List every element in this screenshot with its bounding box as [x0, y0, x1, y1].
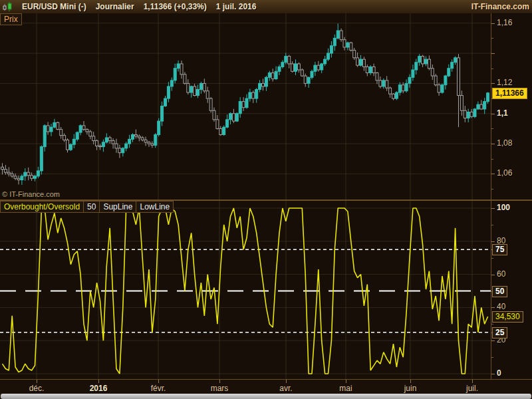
axis-tick: [491, 241, 495, 242]
axis-tick: [491, 208, 495, 209]
axis-tick: [491, 324, 493, 325]
axis-label: 1,16: [497, 18, 512, 27]
axis-label: 1,06: [497, 168, 512, 178]
axis-tick: [491, 53, 495, 54]
axis-tick: [491, 174, 495, 174]
time-tick: [286, 380, 287, 383]
chart-application: EUR/USD Mini (-) Journalier 1,11366 (+0,…: [0, 0, 532, 399]
axis-label: 1,1: [497, 108, 508, 118]
price-chart[interactable]: [0, 13, 491, 200]
axis-label: 1,08: [497, 138, 512, 148]
axis-tick: [491, 374, 495, 374]
axis-label: 40: [497, 302, 505, 311]
price-axis[interactable]: 1,11366 1,161,121,11,081,06: [491, 13, 532, 200]
indicator-panel: Overbought/Oversold50SupLineLowLine: [0, 201, 491, 379]
timeframe-label: Journalier: [96, 2, 134, 11]
indicator-tab-supline[interactable]: SupLine: [99, 201, 136, 213]
month-label-dc: déc.: [29, 384, 45, 393]
brand-label: IT-Finance.com: [471, 2, 529, 11]
last-quote-label: 1,11366 (+0,33%): [144, 2, 207, 11]
axis-tick: [491, 38, 493, 39]
level-badge-25: 25: [492, 327, 507, 338]
axis-tick: [491, 189, 493, 190]
axis-label: 100: [497, 203, 510, 212]
axis-tick: [491, 357, 493, 358]
time-tick: [410, 380, 411, 383]
indicator-tab-lowline[interactable]: LowLine: [136, 201, 174, 213]
axis-tick: [491, 114, 495, 114]
price-tab[interactable]: Prix: [0, 13, 22, 25]
indicator-value-badge: 34,530: [492, 311, 523, 323]
date-label: 1 juil. 2016: [216, 2, 257, 11]
month-label-juin: juin: [404, 384, 417, 393]
axis-tick: [491, 83, 495, 84]
price-panel: Prix © IT-Finance.com: [0, 13, 491, 200]
indicator-chart[interactable]: [0, 201, 491, 379]
indicator-tab-overbought-oversold[interactable]: Overbought/Oversold: [0, 201, 84, 213]
axis-tick: [491, 340, 495, 341]
month-label-mars: mars: [211, 384, 229, 393]
watermark: © IT-Finance.com: [2, 190, 60, 198]
indicator-axis[interactable]: 34,530 100806040200755025: [491, 201, 532, 379]
month-label-2016: 2016: [90, 384, 108, 393]
axis-tick: [491, 225, 493, 225]
indicator-tab-50[interactable]: 50: [83, 201, 100, 213]
time-tick: [219, 380, 220, 383]
time-tick: [98, 380, 99, 383]
axis-tick: [491, 307, 495, 308]
month-label-fvr: févr.: [151, 384, 166, 393]
axis-label: 1,12: [497, 78, 512, 87]
axis-tick: [491, 23, 495, 24]
month-label-juil: juil.: [466, 384, 478, 393]
axis-label: 0: [497, 368, 501, 378]
axis-tick: [491, 144, 495, 144]
time-tick: [346, 380, 346, 383]
axis-tick: [491, 159, 493, 160]
level-badge-50: 50: [492, 286, 507, 297]
axis-tick: [491, 258, 493, 259]
time-axis[interactable]: déc.2016févr.marsavr.maijuinjuil.: [0, 379, 532, 394]
topbar: EUR/USD Mini (-) Journalier 1,11366 (+0,…: [0, 0, 532, 14]
axis-label: 60: [497, 269, 505, 279]
level-badge-75: 75: [492, 244, 507, 255]
axis-tick: [491, 68, 493, 69]
last-price-badge: 1,11366: [492, 88, 527, 99]
time-tick: [158, 380, 159, 383]
month-label-avr: avr.: [279, 384, 292, 393]
axis-tick: [491, 275, 495, 275]
instrument-title: EUR/USD Mini (-): [22, 2, 86, 11]
time-tick: [37, 380, 37, 383]
indicator-tabs: Overbought/Oversold50SupLineLowLine: [0, 201, 173, 213]
month-label-mai: mai: [339, 384, 352, 393]
horizontal-scrollbar[interactable]: [1, 394, 531, 399]
axis-tick: [491, 128, 493, 129]
instrument-candlestick-icon: [2, 1, 13, 12]
time-tick: [472, 380, 473, 383]
